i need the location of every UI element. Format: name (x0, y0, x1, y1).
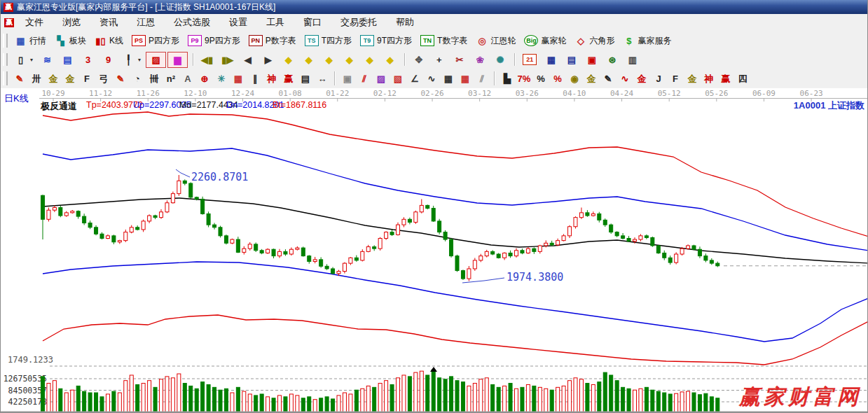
candle-type-icon[interactable]: ▯▾ (11, 52, 36, 67)
kline-chart-canvas[interactable]: 10-2911-1211-2612-1012-2401-0801-2202-12… (1, 88, 868, 413)
calendar-icon[interactable]: 21 (519, 52, 540, 66)
bars3-icon[interactable]: 3 (78, 52, 97, 67)
diamond-left-icon[interactable]: ◆ (279, 52, 298, 67)
fan-lines-icon[interactable]: ⫽ (357, 71, 372, 85)
p-number-button[interactable]: PNP数字表 (245, 34, 300, 48)
chart-wave-icon[interactable]: ≋ (38, 52, 57, 67)
gann-wheel-button[interactable]: ◎江恩轮 (472, 34, 519, 48)
grid-box-icon[interactable]: ▦ (230, 71, 246, 85)
hexagon-button[interactable]: ◇六角形 (571, 34, 618, 48)
angle-mirror-icon[interactable]: A (180, 71, 195, 85)
gold-red-icon[interactable]: 金 (634, 71, 649, 85)
diamond-expand-v-icon[interactable]: ◆ (360, 52, 379, 67)
wave-icon[interactable]: ∿ (424, 71, 439, 85)
grid-red-icon[interactable]: ▦ (457, 71, 473, 85)
candle-pencil-icon[interactable]: ✎ (600, 71, 616, 85)
grid-ticks-icon[interactable]: 卅 (29, 71, 44, 85)
diamond-compress-h-icon[interactable]: ◆ (340, 52, 359, 67)
cut-icon[interactable]: ✂ (450, 52, 469, 67)
web-tool-icon[interactable]: ✺ (490, 52, 509, 67)
calculator-icon[interactable]: ▦ (542, 52, 560, 67)
angle-line-icon[interactable]: ∠ (407, 71, 422, 85)
draw-pencil-icon[interactable]: ✎ (12, 71, 27, 85)
next-bar-icon[interactable]: ▶ (259, 52, 277, 67)
square-tool-icon[interactable]: ▣ (340, 71, 355, 85)
pencil-grid-icon[interactable]: ✎ (113, 71, 128, 85)
hand-tool-icon[interactable]: ✥ (409, 52, 428, 67)
bars-scale-icon[interactable]: ▙ (500, 71, 515, 85)
fan-box-icon[interactable]: ▨ (373, 71, 389, 85)
crosshair-icon[interactable]: + (429, 52, 448, 67)
percent-icon[interactable]: % (533, 71, 549, 85)
gold-grid2-icon[interactable]: 金 (62, 71, 78, 85)
color-histogram-icon[interactable]: ▆ (167, 52, 188, 68)
menu-公式选股[interactable]: 公式选股 (170, 15, 214, 30)
n2-icon[interactable]: n² (163, 71, 179, 85)
winner-wheel-button[interactable]: Big赢家轮 (521, 34, 570, 48)
menu-文件[interactable]: 文件 (21, 15, 48, 30)
sectors-button[interactable]: ▚板块 (51, 34, 90, 48)
menu-浏览[interactable]: 浏览 (58, 15, 85, 30)
kline-button[interactable]: ▮▯K线 (91, 34, 127, 48)
diamond-right-icon[interactable]: ◆ (299, 52, 318, 67)
prev-bar-icon[interactable]: ◀ (238, 52, 257, 67)
p-square-button[interactable]: PSP四方形 (128, 34, 183, 48)
ruler-123-icon[interactable]: ▤ (298, 71, 313, 85)
print-icon[interactable]: ▥ (623, 52, 642, 67)
menu-工具[interactable]: 工具 (262, 15, 289, 30)
diamond-compress-v-icon[interactable]: ◆ (380, 52, 399, 67)
toolbar-drag-handle[interactable] (3, 53, 8, 66)
ying-angle-icon[interactable]: 赢 (718, 71, 733, 85)
menu-资讯[interactable]: 资讯 (95, 15, 122, 30)
candle-style-icon[interactable]: ╿▾ (119, 52, 144, 67)
grid-dark-icon[interactable]: ▦ (441, 71, 456, 85)
chart-area[interactable]: 10-2911-1211-2612-1012-2401-0801-2202-12… (1, 88, 868, 413)
ticks-icon[interactable]: 卌 (146, 71, 162, 85)
shen-icon[interactable]: 神 (264, 71, 280, 85)
a-wave-icon[interactable]: ∿ (617, 71, 633, 85)
j-angle-icon[interactable]: J (651, 71, 666, 85)
t-square-button[interactable]: TST四方形 (301, 34, 355, 48)
menu-江恩[interactable]: 江恩 (132, 15, 159, 30)
t-number-button[interactable]: TNT数字表 (417, 34, 471, 48)
f-angle-icon[interactable]: F (668, 71, 683, 85)
gold-circle-icon[interactable]: ◉ (567, 71, 582, 85)
toolbar-drag-handle[interactable] (3, 71, 8, 85)
9t-square-button[interactable]: T99T四方形 (357, 34, 415, 48)
gold-line-icon[interactable]: 金 (584, 71, 599, 85)
s-grid-icon[interactable]: 弓 (96, 71, 111, 85)
box-lines-icon[interactable]: ▧ (390, 71, 406, 85)
menu-交易委托[interactable]: 交易委托 (336, 15, 381, 30)
f-grid-icon[interactable]: F (79, 71, 95, 85)
pattern-box-icon[interactable]: ▨ (146, 52, 166, 68)
slant-lines-icon[interactable]: ⫽ (474, 71, 490, 85)
gann-flower-icon[interactable]: ❀ (470, 52, 489, 67)
menu-设置[interactable]: 设置 (225, 15, 252, 30)
percent-line-icon[interactable]: % (550, 71, 565, 85)
menu-帮助[interactable]: 帮助 (392, 15, 418, 30)
info-panel-icon[interactable]: ▤ (58, 52, 77, 67)
gold-angle-icon[interactable]: 金 (684, 71, 700, 85)
report-icon[interactable]: ▤ (562, 52, 581, 67)
9p-square-button[interactable]: P99P四方形 (184, 34, 244, 48)
ying-icon[interactable]: 赢 (281, 71, 296, 85)
si-angle-icon[interactable]: 四 (735, 71, 750, 85)
shen-angle-icon[interactable]: 神 (701, 71, 717, 85)
toolbar-drag-handle[interactable] (3, 34, 8, 48)
width-arrows-icon[interactable]: ↔ (315, 71, 330, 85)
first-bar-icon[interactable]: ◀▮ (198, 52, 216, 67)
quotes-button[interactable]: ▦行情 (11, 34, 50, 48)
gold-grid-icon[interactable]: 金 (46, 71, 61, 85)
clock-circle-icon[interactable]: ◔ (130, 71, 145, 85)
diamond-expand-h-icon[interactable]: ◆ (319, 52, 338, 67)
circle-cross-icon[interactable]: ⊕ (197, 71, 212, 85)
pause-lines-icon[interactable]: ∥ (247, 71, 263, 85)
last-bar-icon[interactable]: ▮▶ (218, 52, 237, 67)
save-icon[interactable]: ▣ (582, 52, 601, 67)
menu-窗口[interactable]: 窗口 (299, 15, 326, 30)
export-icon[interactable]: ⊛ (602, 52, 621, 67)
winner-service-button[interactable]: $赢家服务 (619, 34, 675, 48)
bars9-icon[interactable]: 9 (99, 52, 118, 67)
spider-web-icon[interactable]: ✳ (214, 71, 229, 85)
percent-slash-icon[interactable]: 7% (516, 71, 532, 85)
